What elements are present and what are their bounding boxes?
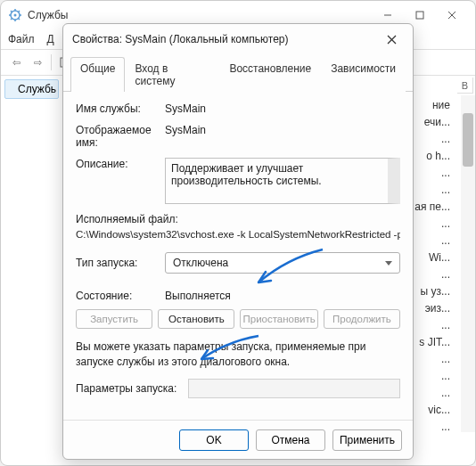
ok-button[interactable]: OK	[179, 429, 249, 451]
value-status: Выполняется	[165, 290, 231, 302]
menu-action[interactable]: Д	[47, 33, 54, 45]
list-item[interactable]: ние	[432, 99, 450, 111]
label-params: Параметры запуска:	[76, 382, 183, 395]
value-service-name: SysMain	[165, 102, 400, 115]
list-item[interactable]: ечи...	[424, 116, 450, 128]
vertical-scrollbar[interactable]	[461, 95, 475, 432]
tab-general[interactable]: Общие	[70, 57, 125, 92]
sidebar-item-label: Службь	[18, 83, 56, 95]
cancel-button[interactable]: Отмена	[256, 429, 325, 451]
tab-logon[interactable]: Вход в систему	[125, 57, 219, 92]
list-item[interactable]: ...	[441, 387, 450, 399]
sidebar-item-services[interactable]: Службь	[4, 79, 59, 99]
params-input	[188, 379, 400, 398]
list-item[interactable]: ...	[441, 319, 450, 331]
tab-dependencies[interactable]: Зависимости	[321, 57, 406, 92]
dialog-tabs: Общие Вход в систему Восстановление Зави…	[63, 56, 413, 92]
list-item[interactable]: ...	[441, 184, 450, 196]
start-button[interactable]: Запустить	[76, 309, 152, 329]
resume-button[interactable]: Продолжить	[324, 309, 400, 329]
properties-dialog: Свойства: SysMain (Локальный компьютер) …	[62, 23, 414, 460]
list-item[interactable]: Wi...	[429, 251, 450, 264]
column-header[interactable]: В	[457, 78, 473, 94]
forward-button[interactable]: ⇨	[28, 53, 47, 72]
params-hint: Вы можете указать параметры запуска, при…	[76, 339, 400, 370]
dialog-footer: OK Отмена Применить	[63, 420, 413, 459]
back-button[interactable]: ⇦	[6, 53, 26, 72]
label-description: Описание:	[76, 158, 165, 204]
services-gear-icon	[8, 8, 22, 22]
sidebar: Службь	[1, 76, 63, 432]
menu-file[interactable]: Файл	[8, 33, 35, 45]
label-executable: Исполняемый файл:	[76, 213, 400, 225]
stop-button[interactable]: Остановить	[158, 309, 234, 329]
list-item[interactable]: эиз...	[425, 302, 450, 315]
list-item[interactable]: ...	[441, 370, 450, 382]
dialog-body: Имя службы: SysMain Отображаемое имя: Sy…	[63, 92, 413, 409]
pause-button[interactable]: Приостановить	[240, 309, 317, 329]
main-window-title: Службы	[28, 9, 68, 21]
dialog-titlebar: Свойства: SysMain (Локальный компьютер)	[63, 24, 413, 54]
list-item[interactable]: ...	[441, 234, 450, 247]
svg-line-6	[11, 11, 12, 12]
list-item[interactable]: ...	[441, 268, 450, 281]
list-item[interactable]: vic...	[428, 404, 450, 416]
label-status: Состояние:	[76, 290, 165, 302]
list-item[interactable]: ...	[441, 421, 450, 432]
startup-type-value: Отключена	[173, 257, 228, 269]
list-item[interactable]: ...	[441, 217, 450, 230]
list-item[interactable]: ...	[441, 167, 450, 179]
label-display-name: Отображаемое имя:	[76, 124, 165, 149]
description-textbox[interactable]: Поддерживает и улучшает производительнос…	[165, 158, 400, 204]
list-item[interactable]: ы уз...	[421, 285, 450, 298]
label-service-name: Имя службы:	[76, 102, 165, 115]
list-item[interactable]: o h...	[426, 150, 450, 162]
list-item[interactable]: ...	[441, 353, 450, 365]
scrollbar-thumb[interactable]	[463, 113, 473, 167]
separator	[51, 54, 52, 70]
list-item[interactable]: ...	[441, 133, 450, 145]
dialog-title: Свойства: SysMain (Локальный компьютер)	[72, 33, 288, 45]
close-button[interactable]	[436, 3, 468, 28]
list-item[interactable]: s JIT...	[419, 336, 450, 348]
apply-button[interactable]: Применить	[332, 429, 402, 451]
tab-recovery[interactable]: Восстановление	[219, 57, 321, 92]
dialog-close-button[interactable]	[379, 29, 404, 50]
label-startup-type: Тип запуска:	[76, 257, 165, 269]
svg-rect-11	[416, 12, 423, 19]
value-executable-path: C:\Windows\system32\svchost.exe -k Local…	[76, 229, 400, 240]
svg-line-8	[11, 19, 12, 20]
value-display-name: SysMain	[165, 124, 400, 149]
svg-line-9	[19, 11, 21, 12]
svg-line-7	[19, 19, 21, 20]
startup-type-dropdown[interactable]: Отключена	[165, 252, 400, 274]
svg-point-1	[14, 14, 17, 17]
list-item[interactable]: ая пе...	[414, 200, 450, 213]
